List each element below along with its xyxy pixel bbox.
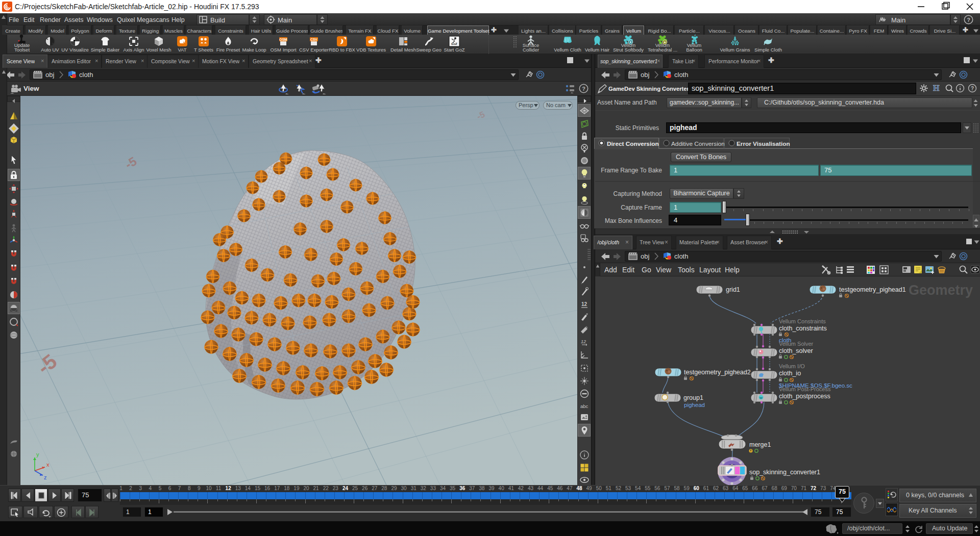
svg-text:testgeometry_pighead1: testgeometry_pighead1 — [839, 286, 906, 293]
svg-text:cloth_io: cloth_io — [779, 370, 801, 377]
svg-text:abc: abc — [580, 403, 589, 409]
svg-text:Vellum Solver: Vellum Solver — [779, 341, 814, 347]
svg-text:OSM: OSM — [280, 38, 287, 41]
svg-text:H: H — [933, 84, 940, 92]
svg-text:12: 12 — [581, 301, 587, 307]
svg-text:Geometry: Geometry — [909, 283, 973, 298]
svg-text:x: x — [46, 462, 50, 468]
svg-text:z: z — [44, 474, 47, 480]
svg-text:cloth_postprocess: cloth_postprocess — [779, 393, 830, 400]
svg-text:12: 12 — [581, 339, 586, 344]
svg-text:group1: group1 — [683, 394, 703, 401]
svg-text:y: y — [36, 451, 39, 457]
svg-text:cloth_solver: cloth_solver — [779, 347, 813, 354]
svg-text:grid1: grid1 — [726, 286, 740, 293]
svg-text:Vellum Constraints: Vellum Constraints — [779, 318, 826, 324]
svg-text:sop_skinning_converter1: sop_skinning_converter1 — [749, 469, 820, 476]
svg-text:cloth_constraints: cloth_constraints — [779, 325, 827, 332]
svg-text:Vellum Post-Process: Vellum Post-Process — [779, 386, 831, 392]
svg-text:?: ? — [582, 86, 585, 92]
svg-text:Vellum I/O: Vellum I/O — [779, 363, 805, 369]
svg-text:merge1: merge1 — [749, 441, 771, 448]
svg-text:CSV: CSV — [310, 38, 317, 41]
svg-text:testgeometry_pighead2: testgeometry_pighead2 — [684, 369, 751, 376]
svg-text:?: ? — [967, 17, 970, 23]
svg-text:?: ? — [971, 86, 974, 91]
svg-text:GoZ: GoZ — [451, 42, 457, 45]
svg-text:pighead: pighead — [684, 402, 705, 408]
